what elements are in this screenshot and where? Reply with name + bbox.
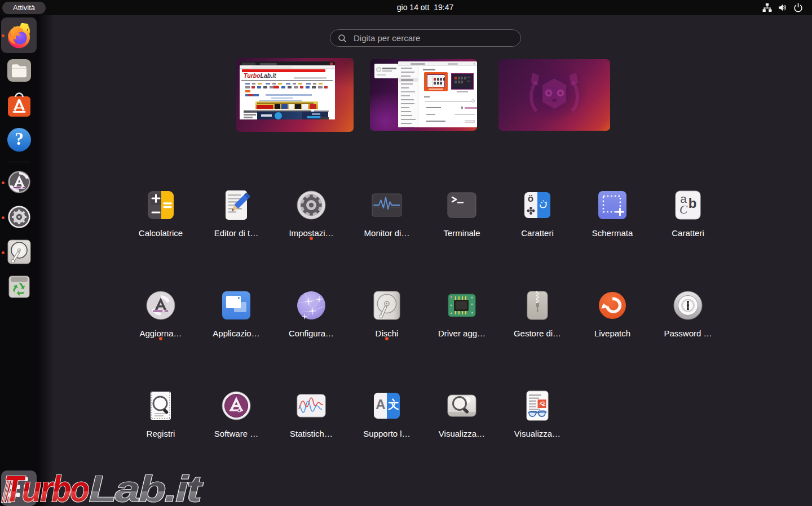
svg-text:?: ? bbox=[15, 129, 24, 149]
svg-text:b: b bbox=[689, 196, 697, 211]
svg-text:Turbo: Turbo bbox=[4, 469, 89, 506]
svg-text:A: A bbox=[376, 397, 385, 412]
svg-text:C: C bbox=[679, 203, 688, 216]
svg-text:ö: ö bbox=[528, 193, 533, 204]
svg-text:Lab.it: Lab.it bbox=[89, 469, 204, 506]
